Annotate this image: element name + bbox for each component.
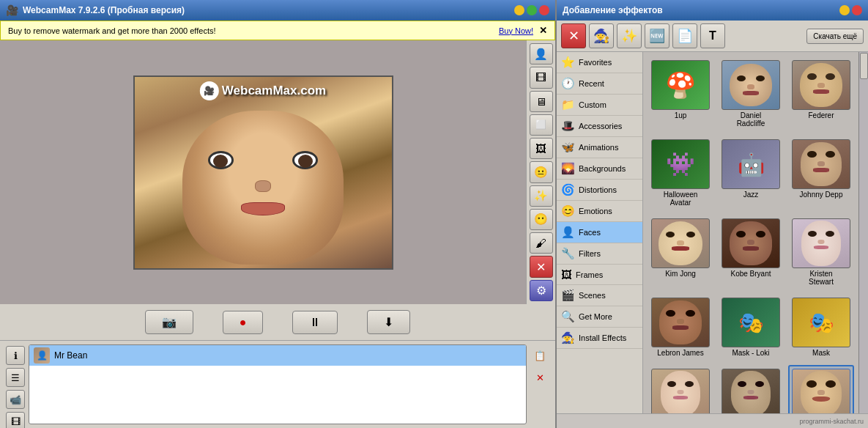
delete-list-btn[interactable]: ✕: [530, 368, 549, 387]
effect-item-1up[interactable]: 🍄 1up: [648, 56, 713, 131]
sidebar-item-recent[interactable]: 🕐 Recent: [557, 73, 642, 95]
effect-item-megan[interactable]: Megan Fox: [648, 365, 713, 413]
custom-label: Custom: [579, 100, 607, 109]
sidebar-item-custom[interactable]: 📁 Custom: [557, 95, 642, 116]
favorites-icon: ⭐: [561, 56, 575, 69]
watermark-text: programmi-skachat.ru: [799, 418, 864, 425]
frames-label: Frames: [576, 270, 603, 279]
title-bar: 🎥 WebcamMax 7.9.2.6 (Пробная версия): [0, 0, 555, 21]
sidebar-item-faces[interactable]: 👤 Faces: [557, 222, 642, 243]
effect-item-loki[interactable]: 🎭 Mask - Loki: [718, 294, 784, 361]
minimize-button[interactable]: [514, 5, 524, 15]
watermark-footer: programmi-skachat.ru: [557, 413, 868, 428]
sidebar-item-distortions[interactable]: 🌀 Distortions: [557, 180, 642, 201]
distortions-icon: 🌀: [561, 183, 575, 196]
record-button[interactable]: ●: [223, 311, 264, 334]
effect-item-kim[interactable]: Kim Jong: [648, 215, 713, 289]
sidebar-item-install-effects[interactable]: 🧙 Install Effects: [557, 328, 642, 349]
accessories-icon: 🎩: [561, 119, 575, 133]
effects-scrollbar[interactable]: [858, 52, 868, 413]
scenes-icon: 🎬: [561, 289, 575, 302]
effect-label-kobe: Kobe Bryant: [730, 270, 771, 278]
custom-icon: 📁: [561, 98, 575, 111]
text-tool-btn[interactable]: T: [700, 23, 725, 48]
effect-item-mask[interactable]: 🎭 Mask: [788, 294, 854, 361]
sidebar-item-backgrounds[interactable]: 🌄 Backgrounds: [557, 158, 642, 180]
left-panel: 🎥 WebcamMax 7.9.2.6 (Пробная версия) Buy…: [0, 0, 557, 428]
effect-item-kristen[interactable]: KristenStewart: [788, 215, 854, 289]
sidebar-item-get-more[interactable]: 🔍 Get More: [557, 306, 642, 328]
right-panel: Добавление эффектов ✕ 🧙 ✨ 🆕 📄 T Скачать …: [557, 0, 868, 428]
effect-item-daniel[interactable]: DanielRadcliffe: [718, 56, 784, 131]
vertical-toolbar: 👤 🎞 🖥 ⬜ 🖼 😐 ✨ 😶 🖌 ✕ ⚙: [526, 40, 555, 304]
effect-item-federer[interactable]: Federer: [788, 56, 854, 131]
copy-icon-btn[interactable]: 📋: [530, 346, 549, 365]
magic-icon-btn[interactable]: ✨: [530, 185, 553, 207]
pause-button[interactable]: ⏸: [292, 311, 338, 334]
effect-item-kobe[interactable]: Kobe Bryant: [718, 215, 784, 289]
delete-effect-btn[interactable]: ✕: [561, 23, 586, 48]
accessories-label: Accessories: [579, 122, 622, 130]
effects-grid-area: 🍄 1up: [643, 52, 858, 413]
install-effects-icon: 🧙: [561, 331, 575, 344]
right-title-bar: Добавление эффектов: [557, 0, 868, 21]
effect-item-johnny[interactable]: Johnny Depp: [788, 136, 854, 210]
right-panel-title: Добавление эффектов: [563, 5, 663, 15]
effect-label-loki: Mask - Loki: [732, 349, 769, 357]
close-button[interactable]: [539, 5, 549, 15]
download-more-btn[interactable]: Скачать ещё: [806, 29, 864, 44]
effect-item-jazz[interactable]: 🤖 Jazz: [718, 136, 784, 210]
sidebar-item-filters[interactable]: 🔧 Filters: [557, 243, 642, 265]
capture-button[interactable]: 📷: [145, 310, 193, 334]
video-icon-btn[interactable]: 📹: [6, 390, 25, 409]
right-close-btn[interactable]: [852, 5, 862, 15]
effect-item-mr-bean[interactable]: Mr Bean: [788, 365, 854, 413]
film2-icon-btn[interactable]: 🎞: [6, 412, 25, 428]
effects-grid: 🍄 1up: [648, 56, 854, 413]
sidebar-item-accessories[interactable]: 🎩 Accessories: [557, 116, 642, 137]
add-tool-btn[interactable]: 🆕: [645, 23, 669, 48]
effect-label-mask: Mask: [812, 349, 830, 357]
stop-button[interactable]: ⬇: [367, 310, 410, 334]
maximize-button[interactable]: [527, 5, 537, 15]
window-icon-btn[interactable]: ⬜: [530, 114, 553, 136]
recent-label: Recent: [579, 79, 604, 88]
notification-close[interactable]: ✕: [539, 25, 547, 36]
sidebar-item-favorites[interactable]: ⭐ Favorites: [557, 52, 642, 73]
effect-label-lebron: Lebron James: [657, 349, 703, 357]
emotions-label: Emotions: [579, 207, 612, 215]
info-icon-btn[interactable]: ℹ: [6, 346, 25, 365]
effect-label-daniel: DanielRadcliffe: [737, 111, 765, 128]
effects-toolbar: ✕ 🧙 ✨ 🆕 📄 T Скачать ещё: [557, 21, 868, 52]
effect-label-johnny: Johnny Depp: [800, 191, 843, 199]
face3-icon-btn[interactable]: 😶: [530, 209, 553, 230]
image-icon-btn[interactable]: 🖼: [530, 138, 553, 159]
notification-text: Buy to remove watermark and get more tha…: [8, 26, 216, 35]
sidebar-item-animations[interactable]: 🦋 Animations: [557, 137, 642, 158]
red-close-btn[interactable]: ✕: [530, 256, 553, 277]
effect-item-halloween[interactable]: 👾 HalloweenAvatar: [648, 136, 713, 210]
wizard-tool-btn[interactable]: 🧙: [589, 23, 614, 48]
face2-icon-btn[interactable]: 😐: [530, 161, 553, 182]
notification-bar: Buy to remove watermark and get more tha…: [0, 21, 555, 40]
film-icon-btn[interactable]: 🎞: [530, 67, 553, 88]
frames-icon: 🖼: [561, 268, 572, 281]
sidebar-item-frames[interactable]: 🖼 Frames: [557, 265, 642, 285]
list-icon-btn[interactable]: ☰: [6, 368, 25, 387]
app-title: WebcamMax 7.9.2.6 (Пробная версия): [23, 5, 185, 15]
pdf-tool-btn[interactable]: 📄: [672, 23, 697, 48]
gear-icon-btn[interactable]: ⚙: [530, 280, 553, 301]
buy-now-link[interactable]: Buy Now!: [499, 26, 533, 35]
effects-tool-btn[interactable]: ✨: [617, 23, 642, 48]
monitor-icon-btn[interactable]: 🖥: [530, 91, 553, 112]
right-minimize-btn[interactable]: [839, 5, 850, 15]
effect-item-lebron[interactable]: Lebron James: [648, 294, 713, 361]
effects-list-panel: 👤 Mr Bean: [29, 344, 527, 424]
person-icon-btn[interactable]: 👤: [530, 43, 553, 64]
effect-item-michael[interactable]: MichaelJackson: [718, 365, 784, 413]
sidebar-item-scenes[interactable]: 🎬 Scenes: [557, 285, 642, 306]
list-item[interactable]: 👤 Mr Bean: [29, 345, 526, 366]
brush-icon-btn[interactable]: 🖌: [530, 232, 553, 254]
sidebar-item-emotions[interactable]: 😊 Emotions: [557, 201, 642, 222]
effects-content: ⭐ Favorites 🕐 Recent 📁 Custom 🎩 Accessor…: [557, 52, 868, 413]
